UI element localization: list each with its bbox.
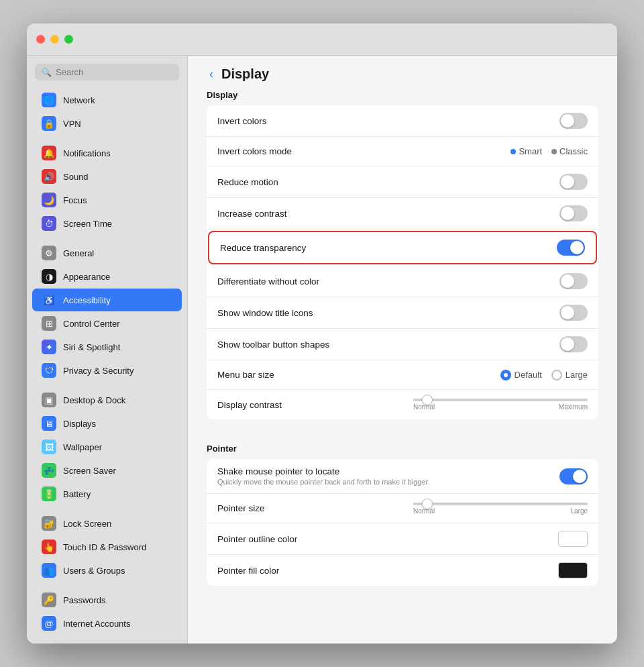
sidebar-item-appearance[interactable]: ◑Appearance <box>32 265 182 288</box>
sc-option-smart[interactable]: Smart <box>511 146 542 156</box>
toggle-reduce-transparency[interactable] <box>557 240 585 256</box>
sc-dot-smart <box>511 149 516 154</box>
sidebar: 🔍 🌐Network🔒VPN🔔Notifications🔊Sound🌙Focus… <box>27 56 188 644</box>
row-control-show-window-icons <box>559 305 588 321</box>
sidebar-item-internetaccounts[interactable]: @Internet Accounts <box>32 612 182 635</box>
slider-labels-display-contrast: NormalMaximum <box>413 403 588 411</box>
lockscreen-icon: 🔐 <box>42 516 56 531</box>
row-control-invert-colors-mode: SmartClassic <box>511 146 588 156</box>
sidebar-item-label-general: General <box>63 248 94 258</box>
displays-icon: 🖥 <box>42 416 56 431</box>
battery-icon: 🔋 <box>42 486 56 501</box>
section-title-pointer: Pointer <box>207 444 598 454</box>
sidebar-item-lockscreen[interactable]: 🔐Lock Screen <box>32 512 182 535</box>
sidebar-item-label-passwords: Passwords <box>63 595 106 605</box>
passwords-icon: 🔑 <box>42 593 56 607</box>
sidebar-item-label-internetaccounts: Internet Accounts <box>63 619 130 629</box>
sidebar-item-accessibility[interactable]: ♿Accessibility <box>32 289 182 311</box>
color-swatch-pointer-outline-color[interactable] <box>558 531 588 547</box>
sidebar-item-touchid[interactable]: 👆Touch ID & Password <box>32 535 182 558</box>
back-button[interactable]: ‹ <box>207 67 216 81</box>
toggle-invert-colors[interactable] <box>559 113 588 129</box>
sidebar-item-general[interactable]: ⚙General <box>32 242 182 264</box>
toggle-reduce-motion[interactable] <box>559 174 588 190</box>
sidebar-item-screentime[interactable]: ⏱Screen Time <box>32 212 182 235</box>
sidebar-item-label-notifications: Notifications <box>63 148 111 158</box>
sc-option-classic[interactable]: Classic <box>551 146 588 156</box>
toggle-differentiate-color[interactable] <box>559 273 588 289</box>
sidebar-item-passwords[interactable]: 🔑Passwords <box>32 588 182 611</box>
row-control-invert-colors <box>559 113 588 129</box>
sidebar-item-focus[interactable]: 🌙Focus <box>32 189 182 211</box>
row-label-text-pointer-size: Pointer size <box>217 503 265 513</box>
settings-row-reduce-motion: Reduce motion <box>207 166 598 198</box>
sidebar-item-desktopdock[interactable]: ▣Desktop & Dock <box>32 389 182 411</box>
sidebar-item-network[interactable]: 🌐Network <box>32 89 182 111</box>
sidebar-item-label-accessibility: Accessibility <box>63 295 111 305</box>
sidebar-item-siri[interactable]: ✦Siri & Spotlight <box>32 336 182 358</box>
slider-max-label-display-contrast: Maximum <box>559 403 588 411</box>
row-label-text-reduce-motion: Reduce motion <box>217 177 278 187</box>
sidebar-item-sound[interactable]: 🔊Sound <box>32 165 182 188</box>
content-area: 🔍 🌐Network🔒VPN🔔Notifications🔊Sound🌙Focus… <box>27 56 617 644</box>
row-control-increase-contrast <box>559 205 588 221</box>
toggle-increase-contrast[interactable] <box>559 205 588 221</box>
accessibility-icon: ♿ <box>42 293 56 307</box>
search-input[interactable] <box>56 67 172 77</box>
sidebar-item-vpn[interactable]: 🔒VPN <box>32 112 182 135</box>
sidebar-item-privacy[interactable]: 🛡Privacy & Security <box>32 359 182 382</box>
row-label-text-pointer-outline-color: Pointer outline color <box>217 534 297 544</box>
row-label-pointer-size: Pointer size <box>217 503 265 513</box>
row-sublabel-shake-mouse: Quickly move the mouse pointer back and … <box>217 478 430 486</box>
toggle-show-toolbar-shapes[interactable] <box>559 336 588 352</box>
sidebar-divider <box>27 236 187 241</box>
sidebar-item-displays[interactable]: 🖥Displays <box>32 412 182 435</box>
maximize-button[interactable] <box>64 35 73 44</box>
row-control-pointer-fill-color <box>558 562 588 578</box>
search-box[interactable]: 🔍 <box>35 64 179 81</box>
sidebar-item-controlcenter[interactable]: ⊞Control Center <box>32 312 182 335</box>
slider-track-pointer-size[interactable] <box>413 503 588 505</box>
row-label-text-pointer-fill-color: Pointer fill color <box>217 566 279 576</box>
sidebar-item-label-screensaver: Screen Saver <box>63 466 116 476</box>
slider-thumb-pointer-size[interactable] <box>422 499 433 509</box>
minimize-button[interactable] <box>50 35 59 44</box>
smart-classic-invert-colors-mode: SmartClassic <box>511 146 588 156</box>
radio-dot-default <box>500 370 511 380</box>
sidebar-item-screensaver[interactable]: 💤Screen Saver <box>32 459 182 482</box>
section-pointer: PointerShake mouse pointer to locateQuic… <box>188 444 617 607</box>
notifications-icon: 🔔 <box>42 146 56 160</box>
close-button[interactable] <box>36 35 45 44</box>
sidebar-item-battery[interactable]: 🔋Battery <box>32 482 182 505</box>
row-label-shake-mouse: Shake mouse pointer to locateQuickly mov… <box>217 466 430 486</box>
row-control-pointer-size: NormalLarge <box>413 503 588 515</box>
settings-row-show-toolbar-shapes: Show toolbar button shapes <box>207 329 598 360</box>
settings-row-pointer-outline-color: Pointer outline color <box>207 523 598 555</box>
screentime-icon: ⏱ <box>42 216 56 231</box>
row-label-text-differentiate-color: Differentiate without color <box>217 276 319 287</box>
toggle-show-window-icons[interactable] <box>559 305 588 321</box>
sc-dot-classic <box>551 149 557 154</box>
general-icon: ⚙ <box>42 246 56 260</box>
row-label-reduce-motion: Reduce motion <box>217 177 278 187</box>
sidebar-item-users[interactable]: 👥Users & Groups <box>32 559 182 582</box>
row-label-differentiate-color: Differentiate without color <box>217 276 319 287</box>
sidebar-item-wallpaper[interactable]: 🖼Wallpaper <box>32 435 182 458</box>
section-display: DisplayInvert colorsInvert colors modeSm… <box>188 90 617 441</box>
row-control-show-toolbar-shapes <box>559 336 588 352</box>
settings-row-pointer-fill-color: Pointer fill color <box>207 555 598 586</box>
controlcenter-icon: ⊞ <box>42 316 56 331</box>
sidebar-item-notifications[interactable]: 🔔Notifications <box>32 142 182 164</box>
color-swatch-pointer-fill-color[interactable] <box>558 562 588 578</box>
radio-option-large[interactable]: Large <box>551 370 588 380</box>
privacy-icon: 🛡 <box>42 363 56 378</box>
slider-thumb-display-contrast[interactable] <box>422 395 433 405</box>
wallpaper-icon: 🖼 <box>42 440 56 454</box>
toggle-shake-mouse[interactable] <box>559 468 588 484</box>
desktopdock-icon: ▣ <box>42 393 56 407</box>
touchid-icon: 👆 <box>42 540 56 554</box>
slider-track-display-contrast[interactable] <box>413 399 588 401</box>
sidebar-item-label-privacy: Privacy & Security <box>63 366 133 376</box>
sound-icon: 🔊 <box>42 169 56 184</box>
radio-option-default[interactable]: Default <box>500 370 542 380</box>
